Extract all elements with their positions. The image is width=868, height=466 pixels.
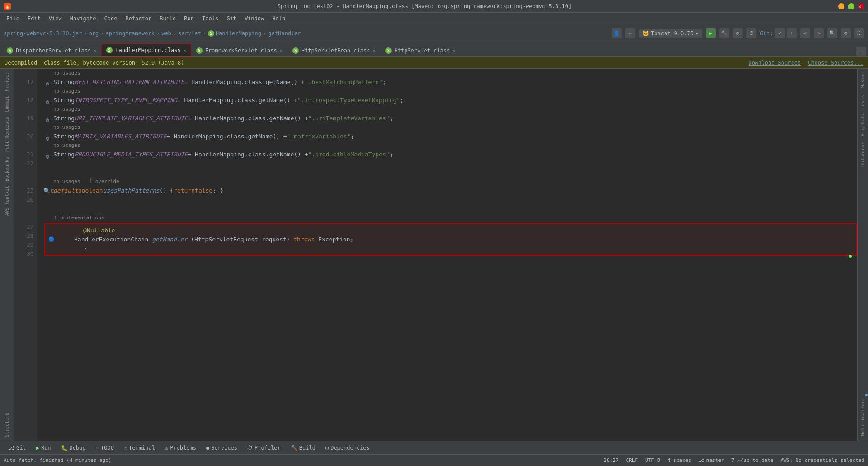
run-configuration[interactable]: 🐱 Tomcat 9.0.75 ▾ xyxy=(639,29,702,38)
menu-git[interactable]: Git xyxy=(223,14,240,23)
menu-navigate[interactable]: Navigate xyxy=(66,14,100,23)
code-line-22 xyxy=(44,159,857,168)
menu-tools[interactable]: Tools xyxy=(198,14,222,23)
tab-http-servlet[interactable]: S HttpServlet.class ✕ xyxy=(380,44,460,56)
sidebar-big-data[interactable]: Big Data Tools xyxy=(859,92,867,139)
profile-button[interactable]: ⏱ xyxy=(746,28,756,38)
app-icon: 🔥 xyxy=(4,3,11,10)
breadcrumb-web[interactable]: web xyxy=(161,30,171,37)
user-icon[interactable]: 👤 xyxy=(612,28,622,38)
menu-code[interactable]: Code xyxy=(101,14,121,23)
sidebar-icon-bookmarks[interactable]: Bookmarks xyxy=(4,155,10,183)
git-fetch-icon[interactable]: ✓ xyxy=(775,28,785,38)
sidebar-maven[interactable]: Maven xyxy=(859,71,867,91)
tab-close[interactable]: ✕ xyxy=(453,48,455,53)
title-bar-title: Spring_ioc_test02 - HandlerMapping.class… xyxy=(11,3,838,9)
menu-view[interactable]: View xyxy=(45,14,66,23)
tab-close[interactable]: ✕ xyxy=(373,48,375,53)
bottom-tab-terminal[interactable]: ⊡ Terminal xyxy=(119,443,160,452)
debug-tab-label: Debug xyxy=(70,445,86,451)
run-tab-icon: ▶ xyxy=(36,445,39,451)
status-encoding[interactable]: UTF-8 xyxy=(645,457,660,463)
run-button[interactable]: ▶ xyxy=(706,28,716,38)
status-aws[interactable]: AWS: No credentials selected xyxy=(781,457,864,463)
tab-handler-mapping[interactable]: S HandlerMapping.class ✕ xyxy=(101,44,191,56)
bottom-tab-todo[interactable]: ≡ TODO xyxy=(91,443,118,452)
todo-tab-icon: ≡ xyxy=(96,445,99,451)
services-tab-icon: ● xyxy=(206,445,209,451)
debug-tab-icon: 🐛 xyxy=(61,445,68,451)
status-git-changes[interactable]: 7 △/up-to-date xyxy=(731,457,774,463)
breadcrumb-class[interactable]: HandlerMapping xyxy=(216,30,261,37)
menu-file[interactable]: File xyxy=(3,14,23,23)
menu-help[interactable]: Help xyxy=(269,14,289,23)
sidebar-icon-structure[interactable]: Structure xyxy=(4,411,10,439)
impl-gutter-icon[interactable]: 🔵 xyxy=(48,235,55,244)
dropdown-icon: ▾ xyxy=(695,30,698,37)
close-button[interactable]: ✕ xyxy=(858,3,864,9)
tab-framework-servlet[interactable]: S FrameworkServlet.class ✕ xyxy=(191,44,288,56)
tab-label: HandlerMapping.class xyxy=(115,47,181,53)
coverage-button[interactable]: ⊙ xyxy=(733,28,743,38)
tab-close[interactable]: ✕ xyxy=(94,48,96,53)
breadcrumb-servlet[interactable]: servlet xyxy=(178,30,201,37)
status-line-sep[interactable]: CRLF xyxy=(626,457,638,463)
search-icon[interactable]: 🔍 xyxy=(827,28,837,38)
dependencies-tab-icon: ⊞ xyxy=(326,445,329,451)
bottom-tab-run[interactable]: ▶ Run xyxy=(32,443,56,452)
tab-dispatcher-servlet[interactable]: S DispatcherServlet.class ✕ xyxy=(2,44,101,56)
sidebar-icon-aws[interactable]: AWS Toolkit xyxy=(4,184,10,217)
menu-edit[interactable]: Edit xyxy=(24,14,44,23)
breadcrumb-org[interactable]: org xyxy=(89,30,99,37)
download-sources-link[interactable]: Download Sources xyxy=(749,60,801,66)
tab-close[interactable]: ✕ xyxy=(184,48,186,53)
gutter-18: @ xyxy=(44,98,53,103)
redo-icon[interactable]: ↪ xyxy=(814,28,824,38)
at-icon: @ xyxy=(46,80,52,85)
git-push-icon[interactable]: ↑ xyxy=(787,28,797,38)
sidebar-notifications[interactable]: Notifications xyxy=(859,395,867,439)
menu-refactor[interactable]: Refactor xyxy=(122,14,155,23)
choose-sources-link[interactable]: Choose Sources... xyxy=(808,60,863,66)
menu-window[interactable]: Window xyxy=(241,14,268,23)
breadcrumb-springframework[interactable]: springframework xyxy=(106,30,155,37)
decompiled-text: Decompiled .class file, bytecode version… xyxy=(5,60,184,66)
bottom-tab-git[interactable]: ⎇ Git xyxy=(4,443,31,452)
breadcrumb-jar[interactable]: spring-webmvc-5.3.10.jar xyxy=(4,30,82,37)
status-position[interactable]: 28:27 xyxy=(604,457,618,463)
status-indent[interactable]: 4 spaces xyxy=(667,457,691,463)
left-sidebar: Project Commit Pull Requests Bookmarks A… xyxy=(0,69,14,441)
usage-hint: no usages xyxy=(53,105,80,114)
sidebar-icon-pull-requests[interactable]: Pull Requests xyxy=(4,115,10,154)
more-tabs-icon[interactable]: ⋯ xyxy=(856,47,866,56)
right-margin xyxy=(845,69,846,441)
sidebar-icon-commit[interactable]: Commit xyxy=(4,94,10,114)
bottom-tab-debug[interactable]: 🐛 Debug xyxy=(57,443,90,452)
breadcrumb-method[interactable]: getHandler xyxy=(268,30,301,37)
tab-icon: S xyxy=(292,47,299,54)
more-icon[interactable]: ⋮ xyxy=(854,28,864,38)
menu-build[interactable]: Build xyxy=(156,14,179,23)
bottom-tab-profiler[interactable]: ⏱ Profiler xyxy=(243,443,285,452)
bottom-tab-problems[interactable]: ⚠ Problems xyxy=(160,443,201,452)
bottom-tab-dependencies[interactable]: ⊞ Dependencies xyxy=(321,443,374,452)
status-branch[interactable]: ⎇ master xyxy=(698,457,724,463)
bottom-tab-services[interactable]: ● Services xyxy=(202,443,242,452)
maximize-button[interactable]: □ xyxy=(848,3,854,9)
menu-run[interactable]: Run xyxy=(180,14,198,23)
problems-tab-label: Problems xyxy=(170,445,196,451)
settings-icon[interactable]: ⚙ xyxy=(841,28,851,38)
git-status: Git: ✓ ↑ xyxy=(760,28,797,38)
sidebar-database[interactable]: Database xyxy=(859,140,867,169)
build-button[interactable]: 🔨 xyxy=(719,28,729,38)
back-icon[interactable]: ← xyxy=(625,28,635,38)
sidebar-icon-project[interactable]: Project xyxy=(4,71,10,93)
tab-http-servlet-bean[interactable]: S HttpServletBean.class ✕ xyxy=(288,44,381,56)
undo-icon[interactable]: ↩ xyxy=(800,28,810,38)
code-area[interactable]: - 17 - 18 - 19 - 20 - 21 22 - - 23 26 - … xyxy=(14,69,857,441)
minimize-button[interactable]: − xyxy=(838,3,844,9)
search-gutter-icon[interactable]: 🔍 xyxy=(43,186,50,195)
bottom-tab-build[interactable]: 🔨 Build xyxy=(286,443,320,452)
tab-close[interactable]: ✕ xyxy=(280,48,283,53)
title-bar-controls[interactable]: − □ ✕ xyxy=(838,3,864,9)
